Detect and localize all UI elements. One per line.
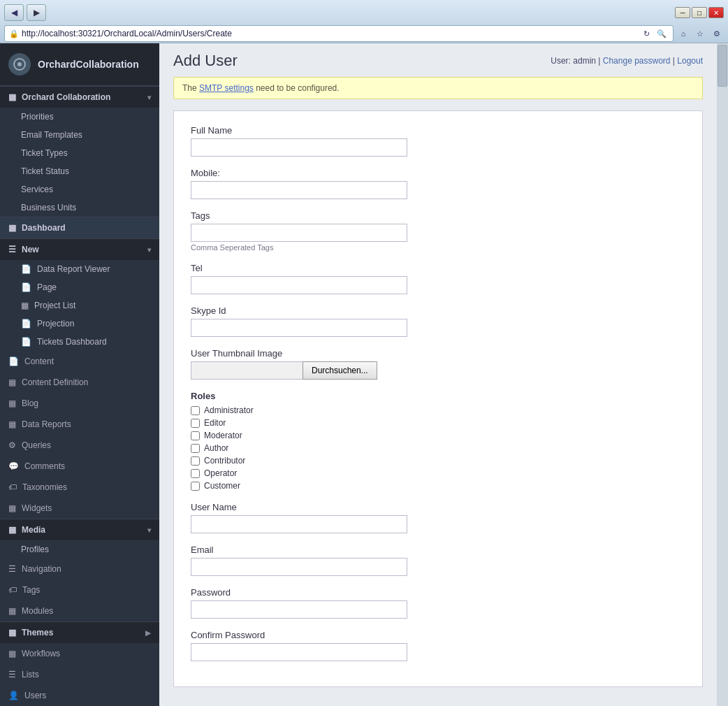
- sidebar-item-project-list[interactable]: ▦ Project List: [0, 296, 159, 315]
- username-input[interactable]: [191, 515, 407, 533]
- sidebar-item-content[interactable]: 📄 Content: [0, 351, 159, 372]
- full-name-input[interactable]: [191, 138, 407, 157]
- star-button[interactable]: ☆: [693, 27, 707, 41]
- sidebar-item-profiles[interactable]: Profiles: [0, 540, 159, 559]
- role-checkbox-administrator[interactable]: [191, 406, 200, 415]
- gear-button[interactable]: ⚙: [710, 27, 724, 41]
- sidebar-item-workflows[interactable]: ▦ Workflows: [0, 643, 159, 664]
- browse-button[interactable]: Durchsuchen...: [303, 361, 377, 380]
- new-label: New: [22, 245, 39, 254]
- change-password-link[interactable]: Change password: [603, 56, 671, 66]
- logout-link[interactable]: Logout: [677, 56, 703, 66]
- sidebar-item-navigation[interactable]: ☰ Navigation: [0, 559, 159, 579]
- close-button[interactable]: ✕: [708, 7, 724, 18]
- sidebar-item-queries[interactable]: ⚙ Queries: [0, 435, 159, 456]
- role-item-operator: Operator: [191, 468, 685, 478]
- sidebar-item-email-templates[interactable]: Email Templates: [0, 126, 159, 144]
- logo-icon: [8, 53, 31, 75]
- refresh-button[interactable]: ↻: [639, 27, 653, 41]
- tel-input[interactable]: [191, 276, 407, 294]
- sidebar-item-tags[interactable]: 🏷 Tags: [0, 579, 159, 600]
- password-input[interactable]: [191, 600, 407, 619]
- mobile-field: Mobile:: [191, 168, 685, 199]
- address-input[interactable]: [22, 29, 636, 38]
- role-label-administrator: Administrator: [204, 405, 254, 415]
- scrollbar[interactable]: [717, 43, 728, 706]
- role-checkbox-editor[interactable]: [191, 419, 200, 428]
- sidebar-item-projection[interactable]: 📄 Projection: [0, 315, 159, 333]
- content-icon: 📄: [8, 356, 19, 366]
- sidebar-item-page[interactable]: 📄 Page: [0, 278, 159, 296]
- sidebar-item-dashboard[interactable]: ▦ Dashboard: [0, 217, 159, 238]
- sidebar-item-themes[interactable]: ▦ Themes ▶: [0, 621, 159, 643]
- role-checkbox-customer[interactable]: [191, 482, 200, 491]
- sidebar-item-business-units[interactable]: Business Units: [0, 199, 159, 217]
- scrollbar-thumb[interactable]: [718, 45, 727, 87]
- roles-section: Roles Administrator Editor Moderator: [191, 391, 685, 491]
- sidebar-item-ticket-status[interactable]: Ticket Status: [0, 162, 159, 180]
- search-button[interactable]: 🔍: [655, 27, 669, 41]
- sidebar: OrchardCollaboration ▦ Orchard Collabora…: [0, 43, 159, 706]
- sidebar-item-data-reports[interactable]: ▦ Data Reports: [0, 414, 159, 435]
- users-icon: 👤: [8, 691, 19, 700]
- dashboard-icon: ▦: [8, 223, 16, 233]
- role-checkbox-moderator[interactable]: [191, 431, 200, 440]
- sidebar-item-content-definition[interactable]: ▦ Content Definition: [0, 372, 159, 393]
- role-checkbox-author[interactable]: [191, 444, 200, 453]
- minimize-button[interactable]: ─: [675, 7, 690, 18]
- role-label-contributor: Contributor: [204, 456, 245, 466]
- smtp-settings-link[interactable]: SMTP settings: [199, 83, 254, 93]
- skype-label: Skype Id: [191, 305, 685, 316]
- role-checkbox-contributor[interactable]: [191, 456, 200, 466]
- sidebar-item-widgets[interactable]: ▦ Widgets: [0, 498, 159, 519]
- sidebar-item-services[interactable]: Services: [0, 180, 159, 199]
- sidebar-item-taxonomies[interactable]: 🏷 Taxonomies: [0, 477, 159, 498]
- sidebar-item-modules[interactable]: ▦ Modules: [0, 600, 159, 621]
- sidebar-item-ticket-types[interactable]: Ticket Types: [0, 144, 159, 162]
- confirm-password-input[interactable]: [191, 643, 407, 661]
- ticket-types-label: Ticket Types: [21, 148, 68, 158]
- role-checkbox-operator[interactable]: [191, 469, 200, 478]
- forward-button[interactable]: ▶: [27, 4, 46, 21]
- maximize-button[interactable]: □: [692, 7, 707, 18]
- blog-label: Blog: [22, 398, 38, 408]
- page-title: Add User: [173, 52, 238, 70]
- role-item-author: Author: [191, 443, 685, 453]
- taxonomies-label: Taxonomies: [22, 482, 67, 492]
- sidebar-logo: OrchardCollaboration: [0, 43, 159, 86]
- sidebar-item-new[interactable]: ☰ New ▾: [0, 238, 159, 260]
- priorities-label: Priorities: [21, 112, 54, 122]
- new-arrow-icon: ▾: [147, 246, 151, 254]
- mobile-input[interactable]: [191, 181, 407, 199]
- full-name-field: Full Name: [191, 125, 685, 157]
- sidebar-item-data-report-viewer[interactable]: 📄 Data Report Viewer: [0, 260, 159, 278]
- sidebar-item-users[interactable]: 👤 Users: [0, 685, 159, 706]
- role-label-operator: Operator: [204, 468, 237, 478]
- sidebar-item-blog[interactable]: ▦ Blog: [0, 393, 159, 414]
- sidebar-item-tickets-dashboard[interactable]: 📄 Tickets Dashboard: [0, 333, 159, 351]
- sidebar-item-orchard-collaboration[interactable]: ▦ Orchard Collaboration ▾: [0, 86, 159, 108]
- back-button[interactable]: ◀: [4, 4, 24, 21]
- username-label: User Name: [191, 502, 685, 512]
- business-units-label: Business Units: [21, 203, 76, 212]
- password-field: Password: [191, 587, 685, 619]
- sidebar-item-lists[interactable]: ☰ Lists: [0, 664, 159, 685]
- sidebar-item-priorities[interactable]: Priorities: [0, 108, 159, 126]
- role-item-moderator: Moderator: [191, 431, 685, 440]
- sidebar-item-comments[interactable]: 💬 Comments: [0, 456, 159, 477]
- user-label: User: admin: [551, 56, 596, 66]
- project-icon: ▦: [21, 301, 29, 310]
- navigation-label: Navigation: [22, 564, 61, 574]
- widgets-label: Widgets: [22, 503, 52, 513]
- tickets-dashboard-label: Tickets Dashboard: [37, 337, 107, 347]
- nav-icon: ☰: [8, 564, 16, 574]
- tags-input[interactable]: [191, 224, 407, 242]
- email-input[interactable]: [191, 558, 407, 576]
- skype-input[interactable]: [191, 319, 407, 337]
- sidebar-item-media[interactable]: ▦ Media ▾: [0, 519, 159, 540]
- file-input-box: [191, 361, 303, 380]
- home-button[interactable]: ⌂: [676, 27, 690, 41]
- email-templates-label: Email Templates: [21, 130, 82, 140]
- notice-bar: The SMTP settings need to be configured.: [173, 77, 703, 99]
- page-icon: 📄: [21, 264, 31, 274]
